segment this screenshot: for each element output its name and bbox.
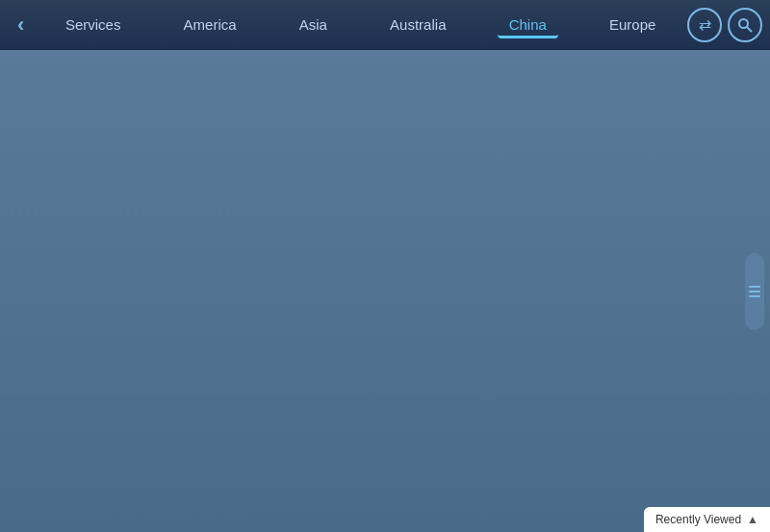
tab-asia[interactable]: Asia	[288, 11, 339, 38]
back-button[interactable]: ‹	[8, 9, 34, 41]
tab-america[interactable]: America	[172, 11, 248, 38]
search-icon[interactable]	[728, 8, 762, 42]
scrollbar-line	[749, 295, 760, 297]
recently-viewed-bar[interactable]: Recently Viewed ▲	[644, 507, 770, 532]
tab-china[interactable]: China	[498, 11, 558, 38]
scrollbar-line	[749, 286, 760, 288]
tab-europe[interactable]: Europe	[598, 11, 667, 38]
recently-viewed-label: Recently Viewed	[655, 513, 741, 526]
header-icons: ⇄	[687, 8, 762, 42]
tab-services[interactable]: Services	[54, 11, 133, 38]
scrollbar-line	[749, 291, 760, 292]
svg-line-1	[747, 27, 752, 32]
header: ‹ ServicesAmericaAsiaAustraliaChinaEurop…	[0, 0, 770, 50]
scrollbar[interactable]	[745, 253, 764, 330]
recently-viewed-arrow: ▲	[747, 513, 758, 526]
transfer-icon[interactable]: ⇄	[687, 8, 722, 42]
nav-tabs: ServicesAmericaAsiaAustraliaChinaEurope	[34, 11, 687, 38]
tab-australia[interactable]: Australia	[378, 11, 457, 38]
main-content: Recently Viewed ▲	[0, 50, 770, 532]
